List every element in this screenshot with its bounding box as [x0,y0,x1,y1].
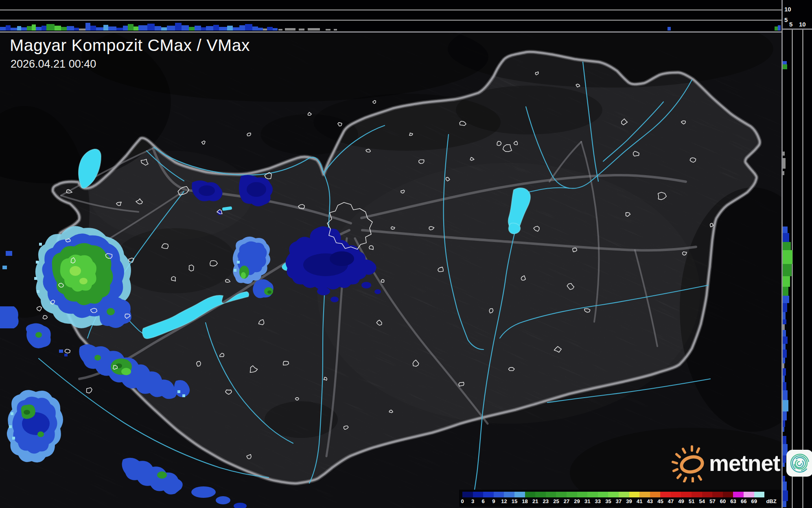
colorbar-segment [587,492,598,497]
colorbar-segment [504,492,514,497]
colorbar-tick-label: 25 [553,498,559,505]
right-axis-label-10: 10 [799,21,806,27]
right-panel-echo-profile [783,61,792,507]
colorbar-segment [660,492,671,497]
right-panel-gridlines [792,30,803,508]
colorbar-segment [733,492,744,497]
colorbar-tick-label: 21 [532,498,538,505]
colorbar-segment [671,492,681,497]
colorbar-segment [629,492,640,497]
colorbar-segment [754,492,765,497]
colorbar-segment [473,492,484,497]
colorbar-segment [535,492,546,497]
colorbar-tick-label: 63 [730,498,736,505]
colorbar-segment [702,492,713,497]
colorbar-tick-label: 37 [616,498,622,505]
profile-axis-corner: 10 5 5 10 [783,0,812,30]
colorbar-tick-label: 47 [668,498,674,505]
right-profile-panel: 10 5 5 10 [781,0,812,508]
colorbar-segment [744,492,754,497]
colorbar-segment [567,492,577,497]
hungary-radar-map [0,33,781,508]
colorbar-tick-label: 41 [637,498,642,505]
right-axis-label-5: 5 [789,21,792,27]
colorbar-tick-label: 39 [626,498,632,505]
colorbar-tick-label: 49 [678,498,684,505]
colorbar-tick-label: 45 [657,498,663,505]
colorbar-segment [639,492,650,497]
colorbar-tick-label: 29 [574,498,580,505]
right-panel-profile [783,30,812,508]
colorbar-segment [556,492,567,497]
colorbar-segment [619,492,629,497]
colorbar-segment [514,492,525,497]
colorbar-segment [577,492,588,497]
sun-icon [672,444,709,482]
colorbar-segment [546,492,556,497]
colorbar-tick-label: 9 [492,498,495,505]
colorbar-segment [712,492,723,497]
dbz-colorbar-swatches [462,492,764,497]
colorbar-tick-label: 27 [564,498,569,505]
colorbar-tick-label: 6 [482,498,485,505]
metnet-logo: metnet [672,444,812,482]
metnet-app-icon [786,450,812,477]
colorbar-segment [608,492,619,497]
colorbar-tick-label: 3 [471,498,474,505]
colorbar-tick-label: 35 [605,498,611,505]
colorbar-tick-label: 33 [595,498,601,505]
colorbar-segment [692,492,702,497]
top-panel-gridlines [0,10,781,20]
top-axis-label-10: 10 [784,6,791,12]
colorbar-tick-label: 31 [584,498,590,505]
colorbar-tick-label: 18 [522,498,527,505]
dbz-colorbar: 0369121518212325272931333537394143454749… [459,490,781,507]
radar-composite-screen: 10 5 5 10 Magyar Kompozit CMax / VMax 20… [0,0,812,508]
colorbar-tick-label: 15 [512,498,517,505]
logo-text: metnet [709,450,780,476]
colorbar-tick-label: 54 [699,498,705,505]
colorbar-tick-label: 23 [543,498,549,505]
top-profile-panel [0,0,781,33]
colorbar-tick-label: 69 [751,498,757,505]
colorbar-unit-label: dBZ [766,498,776,505]
colorbar-segment [494,492,504,497]
colorbar-tick-label: 51 [689,498,694,505]
top-axis-label-5: 5 [784,17,788,23]
map-timestamp: 2026.04.21 00:40 [11,58,96,70]
colorbar-tick-label: 12 [501,498,507,505]
colorbar-tick-label: 66 [741,498,746,505]
colorbar-segment [525,492,536,497]
colorbar-tick-label: 0 [461,498,464,505]
colorbar-segment [650,492,661,497]
colorbar-segment [598,492,608,497]
colorbar-segment [462,492,473,497]
top-panel-echo-profile [0,23,781,31]
colorbar-tick-label: 57 [709,498,715,505]
colorbar-tick-label: 43 [647,498,653,505]
colorbar-tick-label: 60 [720,498,726,505]
colorbar-segment [681,492,692,497]
page-title: Magyar Kompozit CMax / VMax [10,36,250,55]
colorbar-segment [483,492,494,497]
colorbar-segment [723,492,733,497]
